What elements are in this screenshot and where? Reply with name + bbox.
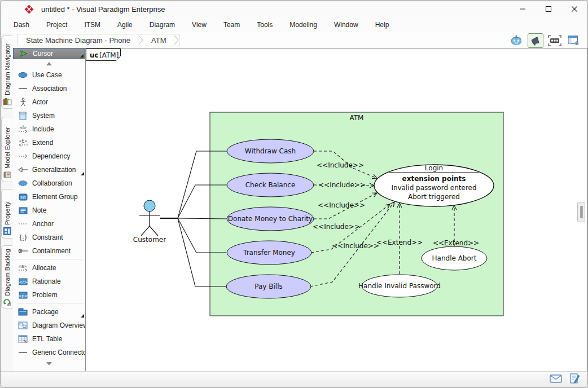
palette-item-generalization[interactable]: Generalization	[13, 163, 85, 177]
palette-item-diagram-overview[interactable]: Diagram Overview	[13, 319, 85, 332]
svg-text:{.}: {.}	[19, 234, 28, 240]
flyout-indicator	[80, 54, 84, 58]
palette-scroll-up[interactable]	[13, 59, 85, 68]
use-case-icon	[17, 70, 28, 80]
diagram-canvas[interactable]: uc [ATM] ATM Customer	[85, 48, 587, 372]
palette-item-element-group[interactable]: EG Element Group	[13, 190, 85, 204]
breadcrumb-atm[interactable]: ATM	[143, 36, 174, 45]
menu-dash[interactable]: Dash	[5, 19, 38, 31]
palette-item-anchor[interactable]: Anchor	[13, 217, 85, 231]
palette-item-containment[interactable]: Containment	[13, 244, 85, 258]
tab-model-explorer[interactable]: Model Explorer	[1, 117, 12, 182]
use-case-handle-abort[interactable]: Handle Abort	[422, 246, 487, 270]
menu-tools[interactable]: Tools	[248, 19, 281, 31]
palette-item-dependency[interactable]: Dependency	[13, 149, 85, 163]
tool-palette: Cursor Use Case Association Actor System…	[13, 48, 85, 371]
menu-agile[interactable]: Agile	[109, 19, 141, 31]
anchor-icon	[17, 219, 28, 228]
maximize-button[interactable]	[536, 1, 561, 17]
containment-icon	[17, 246, 28, 255]
maximize-icon	[545, 6, 552, 12]
app-window: untitled * - Visual Paradigm Enterprise …	[0, 0, 588, 388]
system-boundary-label: ATM	[350, 114, 364, 122]
note-icon	[17, 206, 28, 215]
palette-item-allocate[interactable]: «a» Allocate	[13, 261, 85, 275]
tab-diagram-navigator[interactable]: Diagram Navigator	[1, 36, 12, 109]
use-case-check-balance[interactable]: Check Balance	[227, 173, 314, 197]
menu-view[interactable]: View	[183, 19, 215, 31]
menu-help[interactable]: Help	[367, 19, 398, 31]
svg-text:«E»: «E»	[19, 139, 27, 144]
include-label: <<Include>>	[317, 161, 364, 169]
palette-item-problem[interactable]: <p> Problem	[13, 288, 85, 302]
title-bar: untitled * - Visual Paradigm Enterprise	[1, 1, 587, 17]
mail-icon[interactable]	[550, 374, 562, 385]
panel-layout-icon[interactable]	[566, 33, 582, 48]
menu-diagram[interactable]: Diagram	[141, 19, 183, 31]
toolbar-row: State Machine Diagram - Phone ATM	[1, 32, 587, 48]
svg-text:<p>: <p>	[19, 293, 28, 298]
use-case-donate-money[interactable]: Donate Money to Charity	[227, 207, 314, 231]
minimize-button[interactable]	[510, 1, 536, 17]
palette-item-collaboration[interactable]: Collaboration	[13, 177, 85, 190]
panel-collapse-grip[interactable]	[577, 202, 585, 222]
storyboard-marquee-icon[interactable]	[547, 33, 563, 48]
use-case-login[interactable]: Login extension points Invalid password …	[374, 164, 494, 206]
palette-item-etl-table[interactable]: ETL Table	[13, 332, 85, 346]
visual-paradigm-logo-icon	[24, 5, 34, 14]
use-case-diagram: uc [ATM] ATM Customer	[86, 48, 587, 372]
window-controls	[510, 1, 587, 17]
diagram-overview-icon	[17, 321, 28, 330]
palette-item-note[interactable]: Note	[13, 204, 85, 217]
property-icon	[3, 227, 12, 236]
side-tab-strip: Diagram Navigator Model Explorer Propert…	[1, 33, 13, 372]
palette-item-extend[interactable]: «E» Extend	[13, 136, 85, 149]
frame-name: [ATM]	[99, 51, 119, 59]
palette-divider	[16, 259, 83, 259]
flyout-indicator	[81, 172, 84, 175]
system-icon	[17, 111, 28, 120]
dependency-icon	[17, 152, 28, 161]
extension-point-1: Invalid password entered	[391, 184, 476, 192]
use-case-withdraw-cash[interactable]: Withdraw Cash	[227, 139, 314, 163]
menu-project[interactable]: Project	[38, 19, 76, 31]
menu-team[interactable]: Team	[215, 19, 248, 31]
palette-item-package[interactable]: Package	[13, 305, 85, 319]
etl-table-icon	[17, 334, 28, 343]
extend-icon: «E»	[17, 138, 28, 147]
generalization-icon	[17, 165, 28, 174]
palette-item-use-case[interactable]: Use Case	[13, 68, 85, 82]
include-icon: «I»	[17, 125, 28, 134]
robot-assistant-icon[interactable]	[508, 33, 524, 48]
use-case-pay-bills[interactable]: Pay Bills	[226, 275, 311, 298]
rationale-icon: <r>	[17, 277, 28, 286]
use-case-transfer-money[interactable]: Transfer Money	[227, 241, 311, 264]
menu-itsm[interactable]: ITSM	[76, 19, 109, 31]
close-button[interactable]	[561, 1, 587, 17]
palette-item-generic-connector[interactable]: Generic Connector	[13, 346, 85, 359]
breadcrumb-diagram[interactable]: State Machine Diagram - Phone	[18, 36, 138, 45]
frame-tab[interactable]: uc [ATM]	[86, 49, 121, 61]
svg-text:Check Balance: Check Balance	[245, 181, 296, 189]
svg-text:Handle Abort: Handle Abort	[432, 254, 477, 262]
palette-item-system[interactable]: System	[13, 109, 85, 122]
flyout-indicator	[81, 314, 84, 318]
extension-points-header: extension points	[402, 175, 466, 183]
palette-item-cursor[interactable]: Cursor	[13, 48, 85, 59]
tab-property[interactable]: Property	[1, 189, 12, 239]
palette-item-association[interactable]: Association	[13, 82, 85, 95]
note-edit-icon[interactable]	[570, 373, 580, 386]
menu-window[interactable]: Window	[326, 19, 367, 31]
svg-text:Withdraw Cash: Withdraw Cash	[245, 147, 296, 155]
palette-scroll-down[interactable]	[13, 359, 85, 368]
palette-item-actor[interactable]: Actor	[13, 95, 85, 109]
palette-item-rationale[interactable]: <r> Rationale	[13, 275, 85, 288]
actor-customer[interactable]: Customer	[133, 200, 166, 244]
announcement-icon[interactable]	[528, 33, 543, 48]
menu-modeling[interactable]: Modeling	[281, 19, 326, 31]
include-label: <<Include>>	[332, 242, 379, 250]
palette-item-include[interactable]: «I» Include	[13, 122, 85, 136]
tab-diagram-backlog[interactable]: Diagram Backlog	[1, 245, 12, 308]
actor-icon	[17, 98, 28, 107]
palette-item-constraint[interactable]: {.} Constraint	[13, 231, 85, 244]
